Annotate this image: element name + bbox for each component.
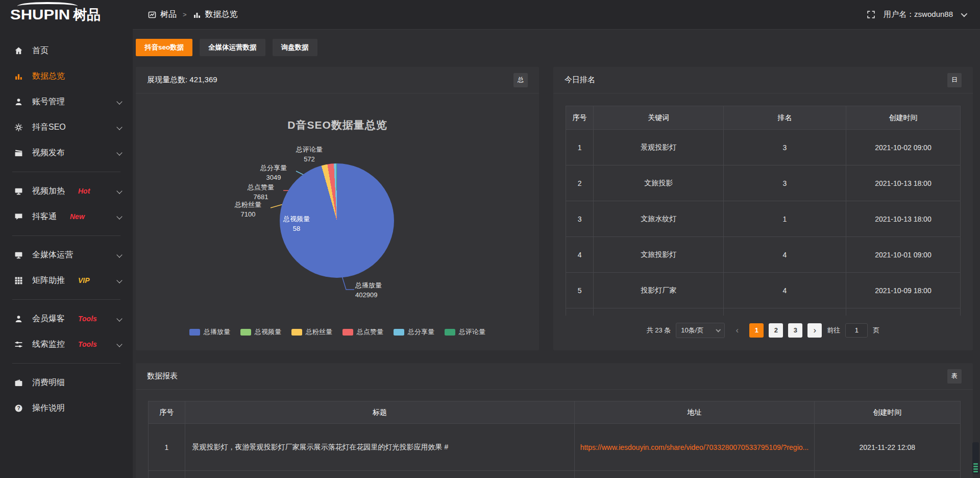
pie-label-plays: 总播放量402909 bbox=[355, 280, 401, 300]
svg-text:?: ? bbox=[17, 405, 20, 411]
sidebar-badge: Tools bbox=[78, 340, 97, 348]
column-header: 序号 bbox=[149, 401, 185, 424]
column-header: 序号 bbox=[566, 106, 594, 130]
sidebar-badge: VIP bbox=[78, 276, 90, 284]
sidebar-item-3[interactable]: 抖音SEO bbox=[0, 114, 133, 140]
sidebar-item-label: 矩阵助推 bbox=[32, 275, 65, 286]
sidebar-item-label: 首页 bbox=[32, 45, 48, 56]
member-icon bbox=[14, 315, 23, 323]
sidebar-item-label: 视频发布 bbox=[32, 148, 65, 158]
legend-item[interactable]: 总点赞量 bbox=[342, 327, 383, 337]
table-cell: 文旅水纹灯 bbox=[594, 201, 724, 237]
partial-row bbox=[149, 471, 961, 478]
legend-swatch bbox=[291, 329, 302, 336]
sidebar-item-label: 数据总览 bbox=[32, 71, 65, 82]
pie-label-shares: 总分享量3049 bbox=[252, 163, 295, 182]
chevron-down-icon bbox=[716, 327, 721, 332]
legend-swatch bbox=[342, 329, 353, 336]
sidebar-item-10[interactable]: 线索监控Tools bbox=[0, 331, 133, 357]
video-link[interactable]: https://www.iesdouyin.com/share/video/70… bbox=[580, 443, 809, 451]
topbar: 树品 > 数据总览 用户名：zswodun88 bbox=[133, 0, 980, 30]
page-size-select[interactable]: 10条/页 bbox=[676, 323, 725, 338]
table-row: 2文旅投影32021-10-13 18:00 bbox=[566, 165, 961, 201]
next-page-button[interactable]: › bbox=[807, 323, 822, 338]
ranking-table: 序号关键词排名创建时间 1景观投影灯32021-10-02 09:002文旅投影… bbox=[566, 106, 961, 316]
home-icon bbox=[14, 46, 23, 55]
page-buttons: 123 bbox=[749, 323, 802, 338]
sidebar-item-4[interactable]: 视频发布 bbox=[0, 140, 133, 165]
table-row: 5投影灯厂家42021-10-09 18:00 bbox=[566, 273, 961, 308]
gear-icon bbox=[14, 123, 23, 132]
fullscreen-icon[interactable] bbox=[867, 10, 875, 19]
tab-2[interactable]: 询盘数据 bbox=[273, 39, 317, 56]
legend-swatch bbox=[189, 329, 200, 336]
question-icon: ? bbox=[14, 404, 23, 413]
chevron-down-icon bbox=[116, 99, 122, 104]
page-button-2[interactable]: 2 bbox=[769, 323, 783, 338]
sidebar-item-12[interactable]: ?操作说明 bbox=[0, 395, 133, 421]
breadcrumb: 树品 > 数据总览 bbox=[148, 9, 238, 20]
main-content: 抖音seo数据全媒体运营数据询盘数据 展现量总数: 421,369 总 D音SE… bbox=[133, 30, 980, 478]
sidebar-item-8[interactable]: 矩阵助推VIP bbox=[0, 268, 133, 293]
pie-label-fans: 总粉丝量7100 bbox=[227, 200, 270, 219]
table-cell: 3 bbox=[724, 165, 846, 201]
chart-legend: 总播放量总视频量总粉丝量总点赞量总分享量总评论量 bbox=[136, 327, 539, 337]
scroll-widget[interactable] bbox=[972, 442, 979, 474]
sidebar-item-5[interactable]: 视频加热Hot bbox=[0, 178, 133, 204]
legend-item[interactable]: 总分享量 bbox=[394, 327, 434, 337]
table-row: 1景观投影灯，夜游景观投影灯厂家展示展示落花灯在花园里的灯光投影应用效果 #ht… bbox=[149, 424, 961, 471]
chevron-down-icon bbox=[116, 316, 122, 321]
day-toggle-button[interactable]: 日 bbox=[947, 73, 962, 87]
legend-item[interactable]: 总播放量 bbox=[189, 327, 230, 337]
column-header: 标题 bbox=[185, 401, 575, 424]
sliders-icon bbox=[14, 340, 23, 349]
overview-panel-header: 展现量总数: 421,369 总 bbox=[136, 67, 539, 93]
goto-page-input[interactable]: 1 bbox=[845, 323, 868, 338]
screen-heat-icon bbox=[14, 187, 23, 196]
sidebar-menu: 首页数据总览账号管理抖音SEO视频发布视频加热Hot抖客通New全媒体运营矩阵助… bbox=[0, 30, 133, 421]
sidebar-item-9[interactable]: 会员爆客Tools bbox=[0, 306, 133, 331]
legend-swatch bbox=[445, 329, 455, 336]
username[interactable]: 用户名：zswodun88 bbox=[884, 10, 953, 19]
sidebar-item-0[interactable]: 首页 bbox=[0, 38, 133, 63]
partial-row bbox=[566, 308, 961, 316]
sidebar-item-7[interactable]: 全媒体运营 bbox=[0, 242, 133, 268]
page-button-3[interactable]: 3 bbox=[788, 323, 802, 338]
sidebar-item-label: 会员爆客 bbox=[32, 314, 65, 324]
total-toggle-button[interactable]: 总 bbox=[513, 73, 528, 87]
sidebar-divider bbox=[12, 172, 120, 172]
tab-1[interactable]: 全媒体运营数据 bbox=[200, 39, 265, 56]
table-cell: 2021-11-22 12:08 bbox=[814, 424, 960, 471]
sidebar-divider bbox=[12, 363, 120, 364]
sidebar-item-label: 全媒体运营 bbox=[32, 250, 73, 260]
sidebar-badge: Hot bbox=[78, 187, 90, 195]
sidebar-item-label: 抖客通 bbox=[32, 211, 57, 222]
sidebar-item-1[interactable]: 数据总览 bbox=[0, 63, 133, 89]
tab-0[interactable]: 抖音seo数据 bbox=[136, 39, 192, 56]
legend-item[interactable]: 总粉丝量 bbox=[291, 327, 332, 337]
legend-item[interactable]: 总视频量 bbox=[240, 327, 281, 337]
column-header: 关键词 bbox=[594, 106, 724, 130]
table-cell: 3 bbox=[724, 130, 846, 165]
pie-chart: D音SEO数据量总览 总评论量572 总分享量3049 bbox=[136, 93, 539, 350]
sidebar-item-11[interactable]: 消费明细 bbox=[0, 370, 133, 395]
legend-item[interactable]: 总评论量 bbox=[445, 327, 485, 337]
monitor-icon bbox=[14, 251, 23, 259]
table-cell: 2021-10-13 18:00 bbox=[846, 201, 960, 237]
table-row: 1景观投影灯32021-10-02 09:00 bbox=[566, 130, 961, 165]
page-button-1[interactable]: 1 bbox=[749, 323, 764, 338]
table-cell-link: https://www.iesdouyin.com/share/video/70… bbox=[575, 424, 814, 471]
prev-page-button[interactable]: ‹ bbox=[730, 323, 744, 338]
table-cell: 5 bbox=[566, 273, 594, 308]
table-cell: 2021-10-02 09:00 bbox=[846, 130, 960, 165]
sidebar-item-2[interactable]: 账号管理 bbox=[0, 89, 133, 114]
table-toggle-button[interactable]: 表 bbox=[947, 369, 962, 384]
chevron-down-icon bbox=[116, 124, 122, 130]
overview-panel: 展现量总数: 421,369 总 D音SEO数据量总览 bbox=[136, 67, 539, 350]
pagination: 共 23 条 10条/页 ‹ 123 › 前往 1 页 bbox=[566, 323, 961, 338]
breadcrumb-root[interactable]: 树品 bbox=[160, 9, 177, 20]
column-header: 地址 bbox=[575, 401, 814, 424]
logo[interactable]: SHUPIN 树品 bbox=[0, 0, 133, 30]
column-header: 创建时间 bbox=[814, 401, 960, 424]
sidebar-item-6[interactable]: 抖客通New bbox=[0, 204, 133, 229]
